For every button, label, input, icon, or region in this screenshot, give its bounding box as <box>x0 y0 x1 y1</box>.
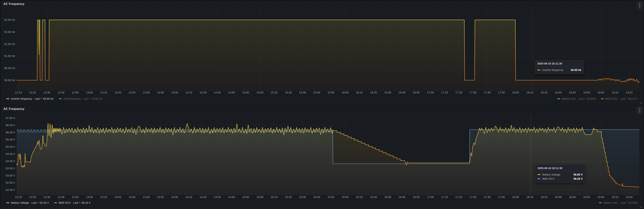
legend-item-battery-soc[interactable]: Battery SoCLast *: 93.00% <box>557 97 596 100</box>
tooltip-row: Battery Voltage56.00 V <box>538 173 583 176</box>
tooltip-series-value: 56.20 V <box>574 177 583 180</box>
tooltip-series-value: 50.00 Hz <box>571 68 581 71</box>
panel-title[interactable]: AC Frequency <box>4 107 24 111</box>
legend-series-name: inverter frequency <box>11 97 32 100</box>
legend-last-value: Last *: 93.00% <box>578 97 596 100</box>
legend-series-name: Battery Voltage <box>11 201 29 205</box>
legend-item-battery-soc[interactable]: Battery SoCLast *: 93.00% <box>599 201 638 205</box>
legend-last-value: Last *: 49.95 Hz <box>83 97 102 100</box>
legend: Battery VoltageLast *: 52.20 VBMS RCVLas… <box>6 201 638 205</box>
series-color-swatch <box>599 202 602 203</box>
legend-item-battery-voltage[interactable]: Battery VoltageLast *: 52.20 V <box>6 201 49 205</box>
chart-plot-area-bottom[interactable] <box>16 115 639 195</box>
kebab-menu-icon[interactable] <box>637 1 642 9</box>
series-color-swatch <box>6 98 9 99</box>
legend-item-inverter-frequency[interactable]: inverter frequencyLast *: 49.95 Hz <box>6 97 54 100</box>
tooltip-series-name: Battery Voltage <box>542 173 572 176</box>
tooltip-row: BMS RCV56.20 V <box>538 177 583 180</box>
legend-item-grid-frequency[interactable]: Grid frequencyLast *: 49.95 Hz <box>59 97 102 100</box>
chart-plot-area-top[interactable] <box>16 7 639 91</box>
panel-title[interactable]: AC Frequency <box>4 2 24 6</box>
series-color-swatch <box>59 98 62 99</box>
legend-series-name: Grid frequency <box>64 97 81 100</box>
tooltip-timestamp: 2025-09-18 18:11:30 <box>537 62 581 67</box>
legend-item-bms-rcv[interactable]: BMS RCVLast *: 56.20 V <box>54 201 91 205</box>
legend-last-value: Last *: 56.20 V <box>620 97 638 100</box>
tooltip-series-name: BMS RCV <box>542 177 572 180</box>
series-color-swatch <box>537 70 540 70</box>
tooltip-series-name: inverter frequency <box>542 68 569 71</box>
tooltip: 2025-09-18 18:11:30 inverter frequency50… <box>535 60 584 74</box>
legend-series-name: BMS RCV <box>59 201 71 205</box>
legend-item-bms-rcv[interactable]: BMS RCVLast *: 56.20 V <box>601 97 638 100</box>
legend-series-name: BMS RCV <box>606 97 618 100</box>
series-color-swatch <box>601 98 604 99</box>
legend-last-value: Last *: 52.20 V <box>32 201 49 205</box>
tooltip-timestamp: 2025-09-18 18:11:30 <box>538 167 583 171</box>
legend-series-name: Battery SoC <box>604 201 618 205</box>
legend-last-value: Last *: 93.00% <box>620 201 638 205</box>
series-color-swatch <box>538 174 540 175</box>
series-color-swatch <box>54 202 57 203</box>
series-color-swatch <box>538 178 540 179</box>
series-color-swatch <box>6 202 9 203</box>
legend-last-value: Last *: 49.95 Hz <box>35 97 54 100</box>
legend-series-name: Battery SoC <box>562 97 576 100</box>
kebab-menu-icon[interactable] <box>637 106 642 114</box>
legend: inverter frequencyLast *: 49.95 HzGrid f… <box>6 97 638 100</box>
tooltip-row: inverter frequency50.00 Hz <box>537 68 581 71</box>
tooltip-series-value: 56.00 V <box>574 173 583 176</box>
series-color-swatch <box>557 98 560 99</box>
legend-last-value: Last *: 56.20 V <box>73 201 91 205</box>
tooltip: 2025-09-18 18:11:30 Battery Voltage56.00… <box>535 165 585 183</box>
